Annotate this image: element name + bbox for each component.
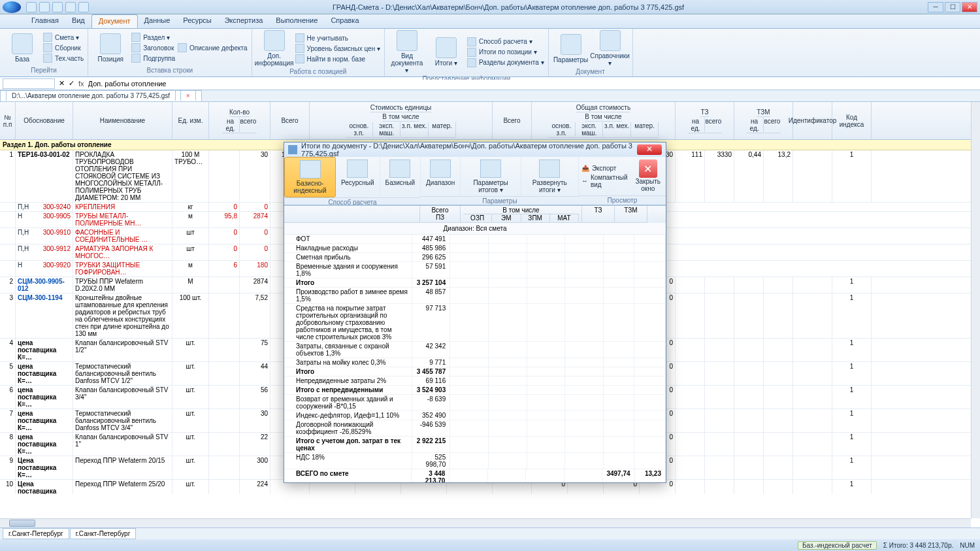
ribbon-button[interactable]: Вид документа ▾ [389,30,425,74]
formula-input[interactable] [88,80,977,88]
quick-access-toolbar [26,2,89,12]
ribbon-item[interactable]: Сборник [43,43,84,52]
totals-row[interactable]: Итого с непредвиденными3 524 903 [284,386,666,395]
ribbon-item[interactable]: Способ расчета ▾ [467,37,544,46]
tab-data[interactable]: Данные [138,14,177,28]
totals-row[interactable]: Временные здания и сооружения 1,8%57 591 [284,262,666,278]
sheet-tab-1[interactable]: г.Санкт-Петербург [3,528,69,539]
sheet-tabs: г.Санкт-Петербург г.Санкт-Петербург [0,527,980,539]
dialog-group-params: Параметры [421,196,579,205]
ribbon-item[interactable]: Найти в норм. базе [295,54,380,63]
qat-refresh-icon[interactable] [78,2,89,12]
ribbon-button[interactable]: Доп. информация [256,30,293,67]
window-controls: ─ ☐ ✕ [928,2,977,12]
sheet-tab-2[interactable]: г.Санкт-Петербург [70,528,137,539]
totals-row[interactable]: Затраты, связанные с охраной объектов 1,… [284,342,666,358]
ribbon-item[interactable]: Итоги по позиции ▾ [467,48,544,57]
ribbon-item[interactable]: Тех.часть [43,54,84,63]
qat-print-icon[interactable] [65,2,76,12]
qat-undo-icon[interactable] [39,2,50,12]
formula-bar: ✕ ✓ fx [0,77,980,90]
dialog-icon [288,145,297,154]
dialog-group-view: Просмотр [579,195,666,205]
ribbon-item[interactable]: Описание дефекта [178,43,248,52]
totals-params-button[interactable]: Параметры итогов ▾ [461,157,521,196]
dialog-ribbon: Базисно-индексный Ресурсный Базисный Спо… [284,157,666,205]
ribbon-button[interactable]: База [4,33,41,63]
tab-expertise[interactable]: Экспертиза [218,14,270,28]
ribbon-button[interactable]: Параметры [553,34,589,63]
ribbon-item[interactable]: Подгруппа [131,54,175,63]
dialog-title-bar: Итоги по документу - D:\Денис\Хал\Аквате… [284,142,666,157]
dialog-close-button[interactable]: ✕ [637,144,662,155]
fx-icon[interactable]: fx [78,80,84,88]
ribbon-item[interactable]: Раздел ▾ [131,33,175,42]
totals-row[interactable]: Итого3 455 787 [284,367,666,376]
document-tab[interactable]: D:\...\Акватерм отопление доп. работы 3 … [0,90,202,101]
totals-row[interactable]: ВСЕГО по смете3 448 213,703497,7413,23 [284,469,666,482]
expand-totals-button[interactable]: Развернуть итоги ▾ [521,157,579,196]
totals-row[interactable]: Итого3 257 104 [284,278,666,288]
status-bar: Баз.-индексный расчет Σ Итого: 3 448 213… [0,539,980,551]
ribbon-button[interactable]: Итоги ▾ [428,37,465,67]
grid-header: № п.п Обоснование Наименование Ед. изм. … [0,102,980,140]
hscroll-thumb[interactable] [9,520,35,527]
horizontal-scrollbar[interactable] [0,518,971,527]
ribbon-item[interactable]: Не учитывать [295,33,380,42]
tab-help[interactable]: Справка [324,14,365,28]
totals-row[interactable]: Затраты на мойку колес 0,3%9 771 [284,358,666,367]
document-tab-label: D:\...\Акватерм отопление доп. работы 3 … [6,90,176,101]
range-button[interactable]: Диапазон [421,157,461,196]
app-orb-icon[interactable] [3,1,21,13]
status-total: Σ Итого: 3 448 213,70р. [883,542,953,549]
ribbon-button[interactable]: Позиция [92,33,129,63]
dialog-title: Итоги по документу - D:\Денис\Хал\Аквате… [301,142,637,158]
ribbon-item[interactable]: Смета ▾ [43,33,84,42]
document-tab-close-icon[interactable]: × [180,90,196,101]
qat-redo-icon[interactable] [52,2,63,12]
export-button[interactable]: 📤 Экспорт [581,165,628,172]
ribbon-tabs: Главная Вид Документ Данные Ресурсы Эксп… [0,14,980,29]
calc-resource-button[interactable]: Ресурсный [336,157,380,197]
ribbon-item[interactable]: Уровень базисных цен ▾ [295,44,380,53]
minimize-button[interactable]: ─ [928,2,943,12]
status-calc-mode[interactable]: Баз.-индексный расчет [798,541,877,550]
maximize-button[interactable]: ☐ [945,2,960,12]
close-window-button[interactable]: ✕Закрыть окно [630,157,666,195]
totals-row[interactable]: Индекс-дефлятор, Идеф=1,1 10%352 490 [284,411,666,420]
totals-row[interactable]: Непредвиденные затраты 2%69 116 [284,376,666,386]
ribbon-button[interactable]: Справочники ▾ [592,30,629,67]
document-tab-bar: D:\...\Акватерм отопление доп. работы 3 … [0,90,980,102]
totals-row[interactable]: Договорной понижающий коэффициент -26,85… [284,420,666,437]
vertical-scrollbar[interactable] [971,102,980,518]
totals-row[interactable]: Средства на покрытие затрат строительных… [284,304,666,342]
calc-basic-button[interactable]: Базисный [380,157,421,197]
status-caps: NUM [960,542,975,549]
totals-row[interactable]: ФОТ447 491 [284,235,666,244]
qat-save-icon[interactable] [26,2,37,12]
totals-dialog: Итоги по документу - D:\Денис\Хал\Аквате… [284,142,666,483]
totals-row[interactable]: Возврат от временных зданий и сооружений… [284,395,666,411]
dialog-range-label: Диапазон: Вся смета [284,223,666,235]
title-bar: ГРАНД-Смета - D:\Денис\Хал\Акватерм\Бонч… [0,0,980,14]
cell-reference-box[interactable] [3,78,55,89]
totals-row[interactable]: НДС 18%525 998,70 [284,453,666,469]
ribbon-item[interactable]: Разделы документа ▾ [467,58,544,67]
dialog-grid[interactable]: ВсегоПЗВ том числеОЗПЭМЗПММАТТЗТЗМДиапаз… [284,205,666,482]
tab-execution[interactable]: Выполнение [269,14,324,28]
close-button[interactable]: ✕ [962,2,977,12]
accept-icon[interactable]: ✓ [69,79,74,88]
totals-row[interactable]: Накладные расходы485 986 [284,244,666,253]
calc-basic-index-button[interactable]: Базисно-индексный [284,157,336,197]
tab-main[interactable]: Главная [25,14,65,28]
tab-view[interactable]: Вид [65,14,91,28]
cancel-icon[interactable]: ✕ [59,79,65,88]
compact-view-button[interactable]: ↔ Компактный вид [581,174,628,188]
ribbon-item[interactable]: Заголовок [131,43,175,52]
ribbon: БазаСмета ▾СборникТех.частьПерейтиПозици… [0,29,980,77]
totals-row[interactable]: Сметная прибыль296 625 [284,253,666,262]
totals-row[interactable]: Производство работ в зимнее время 1,5%48… [284,288,666,304]
totals-row[interactable]: Итого с учетом доп. затрат в тек ценах2 … [284,437,666,453]
tab-document[interactable]: Документ [91,14,138,28]
tab-resources[interactable]: Ресурсы [176,14,218,28]
